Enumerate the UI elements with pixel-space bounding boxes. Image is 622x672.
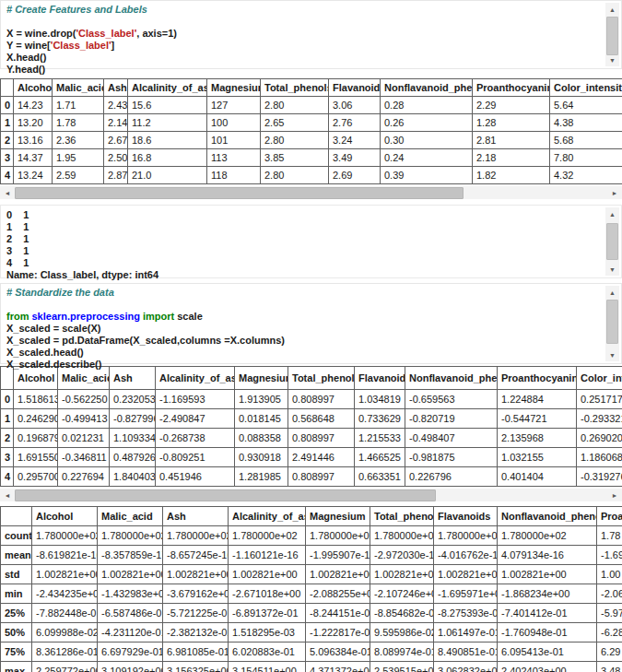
- cell: 0.269020: [577, 429, 622, 448]
- row-index: 4: [1, 167, 14, 184]
- cell: -2.382132e-02: [163, 623, 229, 643]
- column-header: [1, 507, 32, 526]
- cell: 2.50: [104, 149, 128, 167]
- column-header: Magnesium: [306, 507, 370, 526]
- code-line: Y.head(): [6, 64, 597, 76]
- code-line: [6, 299, 597, 311]
- cell: 21.0: [128, 167, 207, 184]
- scrollbar-thumb[interactable]: [15, 187, 464, 199]
- dataframe-table: AlcoholMalic_acidAshAlcalinity_of_ashMag…: [0, 78, 622, 184]
- table-row: 01.518613-0.5622500.232053-1.1695931.913…: [1, 390, 622, 409]
- scroll-down-icon[interactable]: ▼: [605, 264, 619, 275]
- cell: 6.020883e-01: [229, 643, 306, 662]
- cell: 1.215533: [355, 429, 405, 448]
- scroll-up-icon[interactable]: ▲: [605, 208, 619, 219]
- scrollbar-thumb[interactable]: [606, 223, 618, 260]
- cell: 2.65: [261, 114, 329, 132]
- code-line: Y = wine['Class_label']: [6, 40, 597, 52]
- cell: -7.882448e-01: [32, 604, 98, 623]
- cell: -6.891372e-01: [229, 604, 306, 623]
- cell: 1.186068: [577, 448, 622, 467]
- row-index: max: [1, 662, 32, 672]
- column-header: Total_phenols: [261, 79, 329, 97]
- cell: -1.695971e+00: [434, 584, 498, 604]
- column-header: Alcalinity_of_ash: [229, 507, 306, 526]
- cell: 1.032155: [498, 448, 577, 467]
- horizontal-scrollbar[interactable]: ◄ ►: [0, 186, 622, 199]
- cell: 1.28: [473, 114, 550, 132]
- scroll-down-icon[interactable]: ▼: [605, 54, 619, 65]
- scrollbar-thumb[interactable]: [15, 489, 436, 501]
- code-token-plain: Y = wine[: [6, 40, 51, 51]
- cell: -7.401412e-01: [498, 604, 597, 623]
- code-editor-content: # Create Features and Labels X = wine.dr…: [1, 1, 621, 78]
- cell: 0.018145: [235, 409, 288, 429]
- scroll-up-icon[interactable]: ▲: [605, 287, 619, 298]
- code-token-keyword: from: [6, 311, 32, 322]
- scrollbar-thumb[interactable]: [606, 17, 618, 55]
- table-row: 213.162.362.6718.61012.803.240.302.815.6…: [1, 132, 622, 149]
- cell: -1.868234e+00: [498, 584, 597, 604]
- code-token-plain: X.head(): [6, 52, 46, 63]
- cell: 127: [207, 97, 261, 114]
- cell: 3.06: [329, 97, 381, 114]
- cell: 7.80: [550, 149, 622, 167]
- column-header: Color_intensity: [550, 79, 622, 97]
- cell: -0.809251: [156, 448, 235, 467]
- vertical-scrollbar[interactable]: ▲ ▼: [605, 3, 619, 66]
- cell: 2.18: [473, 149, 550, 167]
- code-token-plain: X = wine.drop(: [6, 28, 76, 39]
- code-line: # Create Features and Labels: [6, 4, 597, 16]
- column-header: Proanthocyanins: [473, 79, 550, 97]
- cell: 1.518613: [14, 390, 58, 409]
- vertical-scrollbar[interactable]: ▲ ▼: [605, 207, 619, 276]
- table-row: 75%8.361286e-016.697929e-016.981085e-016…: [1, 643, 622, 662]
- table-row: 314.371.952.5016.81133.853.490.242.187.8…: [1, 149, 622, 167]
- scroll-left-icon[interactable]: ◄: [1, 186, 14, 199]
- scroll-right-icon[interactable]: ►: [608, 186, 621, 199]
- cell: -8.357859e-17: [98, 546, 163, 565]
- cell: 4.32: [550, 167, 622, 184]
- cell: 6.095413e-01: [498, 643, 597, 662]
- scroll-down-icon[interactable]: ▼: [605, 349, 619, 360]
- scroll-left-icon[interactable]: ◄: [1, 489, 14, 501]
- cell: 1.840403: [110, 467, 156, 487]
- cell: 1.518295e-03: [229, 623, 306, 643]
- cell: 5.64: [550, 97, 622, 114]
- scroll-right-icon[interactable]: ►: [608, 489, 621, 501]
- cell: 0.227694: [58, 467, 110, 487]
- cell: 13.24: [14, 167, 53, 184]
- column-header: Ash: [104, 79, 128, 97]
- cell: -2.490847: [156, 409, 235, 429]
- code-token-comment: # Create Features and Labels: [6, 4, 147, 15]
- cell: -0.293321: [577, 409, 622, 429]
- cell: 2.259772e+00: [32, 662, 98, 672]
- scrollbar-thumb[interactable]: [606, 300, 618, 344]
- cell: -5.97: [597, 604, 622, 623]
- cell: -2.671018e+00: [229, 584, 306, 604]
- column-header: Alcohol: [14, 79, 53, 97]
- cell: -2.434235e+00: [32, 584, 98, 604]
- cell: 3.48: [597, 662, 622, 672]
- row-index: 4: [1, 467, 14, 487]
- cell: -6.28: [597, 623, 622, 643]
- code-line: X_scaled.head(): [6, 347, 597, 359]
- cell: 0.021231: [58, 429, 110, 448]
- cell: -2.06: [597, 584, 622, 604]
- cell: -8.275393e-01: [434, 604, 498, 623]
- cell: 100: [207, 114, 261, 132]
- series-name-line: Name: Class_label, dtype: int64: [6, 269, 597, 281]
- vertical-scrollbar[interactable]: ▲ ▼: [605, 286, 619, 361]
- dataframe-output-x-scaled-head: AlcoholMalic_acidAshAlcalinity_of_ashMag…: [0, 366, 622, 501]
- cell: -2.107246e+00: [370, 584, 434, 604]
- table-row: max2.259772e+003.109192e+003.156325e+003…: [1, 662, 622, 672]
- cell: 1.002821e+00: [434, 565, 498, 584]
- horizontal-scrollbar[interactable]: ◄ ►: [0, 489, 622, 501]
- code-cell-create-features: # Create Features and Labels X = wine.dr…: [0, 0, 622, 69]
- table-body: count1.780000e+021.780000e+021.780000e+0…: [1, 526, 622, 672]
- cell: 0.26: [381, 114, 473, 132]
- scroll-up-icon[interactable]: ▲: [605, 4, 619, 15]
- code-token-plain: X_scaled.head(): [6, 347, 84, 358]
- cell: 3.109192e+00: [98, 662, 163, 672]
- cell: 0.568648: [288, 409, 355, 429]
